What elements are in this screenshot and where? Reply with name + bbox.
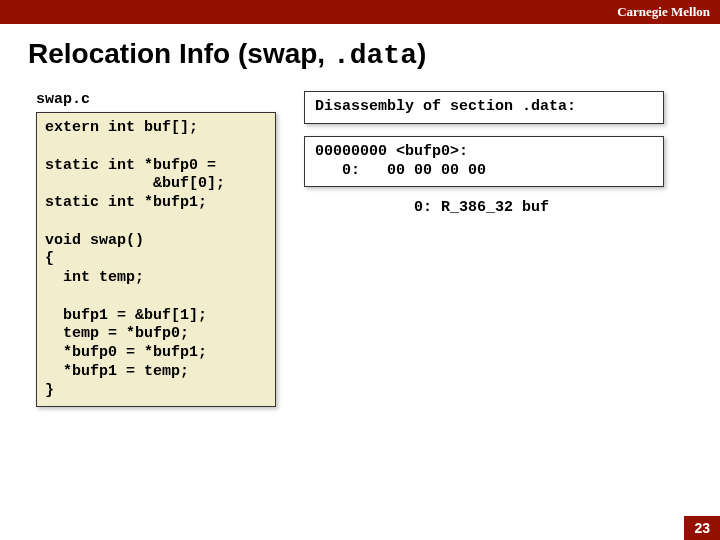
source-code-box: extern int buf[]; static int *bufp0 = &b…: [36, 112, 276, 407]
right-column: Disassembly of section .data: 00000000 <…: [304, 91, 664, 216]
top-bar: Carnegie Mellon: [0, 0, 720, 24]
left-column: swap.c extern int buf[]; static int *buf…: [36, 91, 276, 407]
disassembly-body-box: 00000000 <bufp0>: 0: 00 00 00 00: [304, 136, 664, 188]
title-prefix: Relocation Info (swap,: [28, 38, 333, 69]
source-filename: swap.c: [36, 91, 276, 108]
content-area: swap.c extern int buf[]; static int *buf…: [0, 71, 720, 407]
title-mono: .data: [333, 40, 417, 71]
page-number: 23: [684, 516, 720, 540]
brand-label: Carnegie Mellon: [617, 4, 710, 20]
title-suffix: ): [417, 38, 426, 69]
slide-title: Relocation Info (swap, .data): [0, 24, 720, 71]
disassembly-header-box: Disassembly of section .data:: [304, 91, 664, 124]
relocation-entry: 0: R_386_32 buf: [304, 199, 664, 216]
